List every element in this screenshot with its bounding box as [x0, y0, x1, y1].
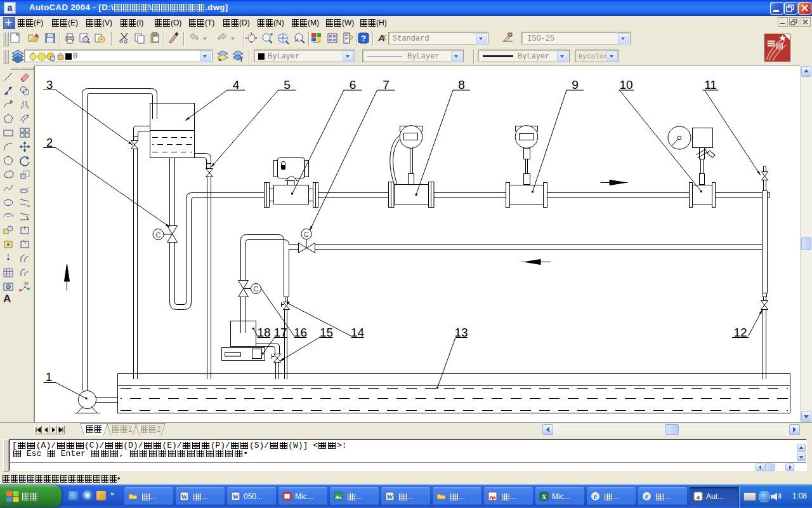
svg-text:1: 1 — [46, 370, 53, 384]
svg-text:9: 9 — [572, 78, 579, 91]
svg-text:a: a — [697, 493, 700, 500]
svg-text:?: ? — [361, 34, 366, 43]
svg-text:15: 15 — [320, 326, 333, 339]
svg-text:e: e — [645, 492, 649, 501]
svg-text:W: W — [233, 493, 239, 500]
svg-text:C: C — [156, 231, 161, 239]
svg-text:W: W — [181, 493, 188, 500]
svg-text:3: 3 — [46, 78, 53, 91]
svg-text:2: 2 — [46, 136, 53, 149]
svg-text:18: 18 — [257, 326, 270, 339]
svg-text:X: X — [542, 493, 547, 500]
svg-text:e: e — [594, 492, 598, 501]
svg-text:12: 12 — [733, 326, 747, 339]
svg-text:16: 16 — [294, 326, 307, 339]
svg-text:5: 5 — [284, 78, 291, 91]
svg-text:17: 17 — [273, 326, 287, 339]
svg-text:W: W — [387, 493, 393, 500]
svg-text:14: 14 — [351, 326, 365, 339]
svg-text:7: 7 — [383, 78, 390, 91]
svg-text:13: 13 — [454, 326, 468, 339]
svg-text:C: C — [304, 231, 309, 238]
svg-text:10: 10 — [619, 78, 632, 91]
svg-text:4: 4 — [233, 78, 240, 91]
svg-text:8: 8 — [458, 78, 465, 91]
svg-text:11: 11 — [704, 78, 717, 91]
svg-text:6: 6 — [350, 78, 357, 91]
svg-text:C: C — [254, 285, 259, 293]
